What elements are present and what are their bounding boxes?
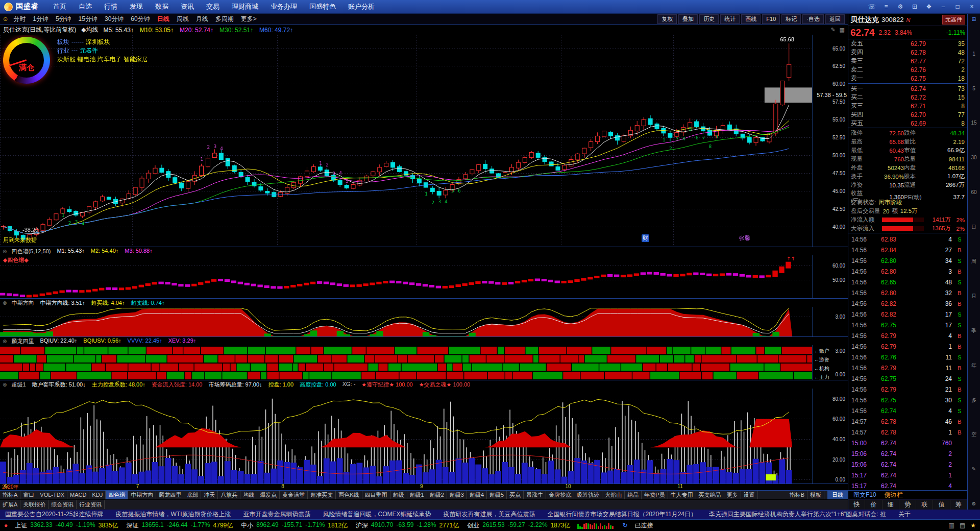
period-tab[interactable]: 周线 — [173, 14, 192, 25]
indicator-tab[interactable]: 均线 — [240, 491, 257, 499]
concept-tags[interactable]: 次新股 锂电池 汽车电子 智能家居 — [57, 55, 148, 64]
indicator-tab[interactable]: 四目垂图 — [362, 491, 390, 499]
period-indicator[interactable]: 日线 — [827, 491, 848, 499]
date-axis[interactable]: 2020年 67891011 — [0, 484, 848, 491]
ask-row[interactable]: 卖五62.7935 — [848, 39, 967, 48]
period-tab[interactable]: 更多> — [237, 14, 260, 25]
news-item[interactable]: 李克强同主要国际经济机构负责人举行第六次“1+6”圆桌对话会: 推 — [709, 510, 886, 519]
maximize-icon[interactable]: □ — [953, 3, 962, 10]
menu-item[interactable]: 交易 — [200, 0, 226, 13]
indicator-tab[interactable]: 麟龙四里 — [156, 491, 184, 499]
toolbar-button[interactable]: 标记 — [781, 14, 801, 24]
上证[interactable]: 上证3362.33-40.49-1.19%3835亿 — [15, 521, 118, 530]
strip-item[interactable]: 多 — [971, 397, 976, 403]
indicator-tab[interactable]: 超级1 — [407, 491, 427, 499]
tick-list[interactable]: 14:5662.834S14:5662.8427B14:5662.8034S14… — [848, 233, 967, 490]
toolbar-button[interactable]: 统计 — [720, 14, 740, 24]
menu-item[interactable]: 首页 — [47, 0, 72, 13]
period-tab[interactable]: 多周期 — [212, 14, 237, 25]
quote-tab[interactable]: 联 — [916, 500, 933, 510]
沪深[interactable]: 沪深4910.70-63.59-1.28%2771亿 — [356, 521, 459, 530]
collapse-icon[interactable]: ⊗ — [3, 249, 7, 254]
period-tab[interactable]: 分时 — [10, 14, 29, 25]
news-item[interactable]: 关于 — [898, 510, 911, 519]
indicator-tab[interactable]: 中期方向 — [128, 491, 156, 499]
settings-icon[interactable]: ⚙ — [972, 501, 976, 507]
trophy-icon[interactable]: ★ — [970, 522, 976, 529]
news-item[interactable]: 全国银行间债券市场交易结算日报（2020年11月24日） — [548, 510, 697, 519]
linlong-chart[interactable] — [0, 345, 812, 380]
menu-item[interactable]: 理财商城 — [226, 0, 264, 13]
tools-icon[interactable]: ⚙ — [896, 3, 904, 10]
period-tab[interactable]: 日线 — [154, 14, 173, 25]
strip-item[interactable]: 年 — [971, 363, 976, 369]
app-logo[interactable]: 国盛睿 — [4, 2, 39, 11]
lock-icon[interactable]: ⊙ — [3, 16, 8, 22]
创业[interactable]: 创业2615.53-59.27-2.22%1873亿 — [467, 521, 570, 530]
sise-chart[interactable]: ◆四色谱◆ — [0, 255, 812, 298]
news-item[interactable]: 国重要公告自2020-11-25起连续停牌 — [5, 510, 104, 519]
strip-item[interactable]: 周 — [971, 258, 976, 264]
menu-item[interactable]: 行情 — [98, 0, 124, 13]
period-tab[interactable]: 15分钟 — [75, 14, 101, 25]
strip-item[interactable]: 1 — [972, 51, 975, 57]
indicator-tab[interactable]: 吸筹轨迹 — [574, 491, 602, 499]
news-item[interactable]: 疫苗研发再有进展，美豆高位震荡 — [444, 510, 535, 519]
indicator-tab[interactable]: 爆发点 — [257, 491, 280, 499]
draw-icon[interactable]: ✎ — [972, 466, 976, 472]
bid-row[interactable]: 买五62.698 — [848, 119, 967, 128]
indicator-tab[interactable]: 超准买卖 — [308, 491, 336, 499]
strip-item[interactable]: 空 — [971, 431, 976, 438]
strip-item[interactable]: 60 — [971, 189, 976, 196]
quote-tab[interactable]: 势 — [899, 500, 916, 510]
menu-item[interactable]: 自选 — [72, 0, 98, 13]
quote-tab[interactable]: 价 — [865, 500, 882, 510]
minimize-icon[interactable]: – — [939, 3, 947, 10]
indicator-tab[interactable]: 黄金满堂 — [280, 491, 308, 499]
f10-link[interactable]: 图文F10 — [853, 491, 876, 499]
period-tab[interactable]: 月线 — [192, 14, 212, 25]
info-tab[interactable]: 综合资讯 — [48, 500, 77, 509]
menu-item[interactable]: 业务办理 — [264, 0, 303, 13]
indicator-tab[interactable]: 超级4 — [467, 491, 487, 499]
grid-icon[interactable]: ▦ — [840, 27, 845, 33]
ask-row[interactable]: 卖四62.7848 — [848, 48, 967, 57]
indicator-tab[interactable]: 指标A — [0, 491, 20, 499]
period-tab[interactable]: 1分钟 — [29, 14, 52, 25]
strip-item[interactable]: 5 — [972, 86, 975, 92]
close-icon[interactable]: × — [968, 3, 976, 10]
menu-item[interactable]: 国盛特色 — [303, 0, 342, 13]
menu-item[interactable]: 资讯 — [175, 0, 200, 13]
news-item[interactable]: 疫苗提振油市情绪，WTI原油期货价格上涨 — [116, 510, 231, 519]
bid-row[interactable]: 买二62.7215 — [848, 93, 967, 102]
中小[interactable]: 中小8962.49-155.71-1.71%1812亿 — [241, 521, 348, 530]
collapse-icon[interactable]: ⊗ — [3, 382, 7, 388]
indicator-tab[interactable]: 超级3 — [447, 491, 467, 499]
indicator-tab[interactable]: 八旗兵 — [218, 491, 240, 499]
toolbar-button[interactable]: 历史 — [699, 14, 719, 24]
quote-tab[interactable]: 细 — [883, 500, 899, 510]
indicator-tab[interactable]: 超级2 — [427, 491, 447, 499]
strip-item[interactable]: 30 — [971, 155, 976, 161]
toolbar-button[interactable]: ·自选 — [802, 14, 824, 24]
indicator-tab[interactable]: 窗口 — [20, 491, 37, 499]
indicator-tab[interactable]: 四色谱 — [106, 491, 128, 499]
grid-icon[interactable]: ⊞ — [972, 16, 976, 22]
ask-row[interactable]: 卖三62.7772 — [848, 57, 967, 65]
period-tab[interactable]: 60分钟 — [127, 14, 153, 25]
indicator-tab[interactable]: 两色K线 — [336, 491, 362, 499]
indicator-tab[interactable]: 金牌抄底 — [546, 491, 574, 499]
quote-tab[interactable]: 快 — [848, 500, 865, 510]
indicator-tab[interactable]: 冲天 — [201, 491, 218, 499]
earnings-badge[interactable]: 财 — [642, 234, 649, 242]
list-icon[interactable]: ≡ — [882, 3, 890, 10]
headset-icon[interactable]: ☏ — [868, 3, 876, 10]
strip-item[interactable]: 15 — [971, 120, 976, 126]
info-tab[interactable]: 关联报价 — [20, 500, 48, 509]
period-tab[interactable]: 5分钟 — [52, 14, 75, 25]
sector-chip[interactable]: 元器件 — [942, 15, 965, 25]
news-item[interactable]: 风险情绪普遍回暖，COMEX铜延续承势 — [323, 510, 431, 519]
collapse-icon[interactable]: ⊗ — [3, 300, 7, 306]
quote-tab[interactable]: 值 — [933, 500, 950, 510]
indicator-tab[interactable]: 超级 — [390, 491, 407, 499]
